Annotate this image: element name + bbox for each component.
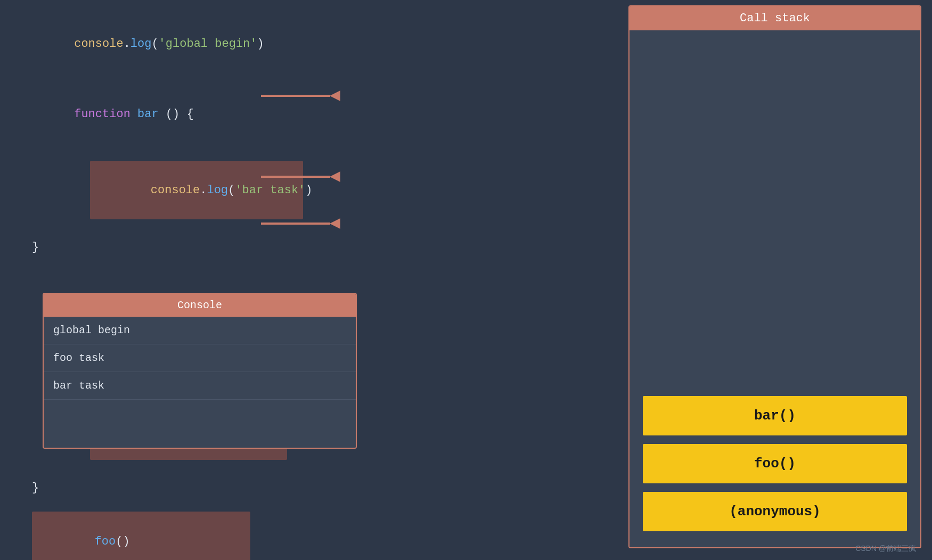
stack-item-anonymous: (anonymous) bbox=[643, 492, 907, 531]
arrow-bar-call bbox=[261, 171, 340, 182]
arrow-bar-task bbox=[261, 90, 340, 101]
console-row-2: bar task bbox=[44, 372, 356, 400]
stack-item-foo: foo() bbox=[643, 444, 907, 483]
code-line-global-begin: console.log('global begin') bbox=[32, 16, 383, 72]
console-header: Console bbox=[44, 294, 356, 317]
callstack-panel: Call stack bar() foo() (anonymous) bbox=[628, 5, 921, 548]
console-empty-space bbox=[44, 400, 356, 448]
code-panel: console.log('global begin') function bar… bbox=[0, 0, 415, 560]
console-panel: Console global begin foo task bar task bbox=[43, 293, 357, 449]
code-line-foo-call: foo() bbox=[32, 512, 383, 561]
watermark: CSDN @前端三疯 bbox=[855, 544, 916, 554]
console-row-0: global begin bbox=[44, 317, 356, 344]
callstack-body: bar() foo() (anonymous) bbox=[629, 30, 920, 547]
console-body: global begin foo task bar task bbox=[44, 317, 356, 448]
stack-item-bar: bar() bbox=[643, 396, 907, 435]
console-row-1: foo task bbox=[44, 344, 356, 372]
arrow-foo-call bbox=[261, 218, 340, 229]
callstack-header: Call stack bbox=[629, 6, 920, 30]
